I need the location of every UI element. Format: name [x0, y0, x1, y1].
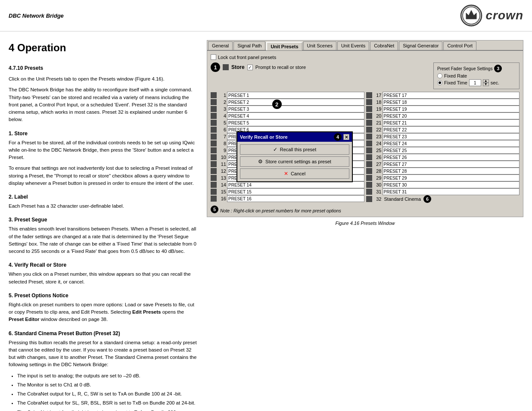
store-popup-label: Store current settings as preset	[265, 159, 331, 164]
preset-18-box	[366, 99, 372, 105]
preset-23-input[interactable]	[383, 133, 520, 140]
preset-6-box	[211, 127, 217, 133]
tab-general[interactable]: General	[208, 41, 233, 50]
preset-30-num: 30	[373, 182, 382, 187]
preset-2-num: 2	[218, 100, 226, 105]
preset-row-15: 15	[211, 188, 364, 195]
preset-30-input[interactable]	[383, 181, 520, 188]
preset-15-box	[211, 189, 217, 195]
subsection-6-text: Right-click on preset numbers to open mo…	[9, 301, 198, 324]
fixed-rate-radio[interactable]	[437, 73, 442, 78]
preset-14-box	[211, 182, 217, 188]
subsection-7-text: Pressing this button recalls the preset …	[9, 339, 198, 369]
preset-22-input[interactable]	[383, 126, 520, 133]
preset-31-input[interactable]	[383, 188, 520, 195]
preset-19-num: 19	[373, 106, 382, 112]
preset-row-24: 24	[366, 140, 520, 147]
preset-5-input[interactable]	[227, 119, 364, 126]
bullet-2: The Monitor is set to Ch1 at 0 dB.	[17, 381, 198, 389]
preset-30-box	[366, 182, 372, 188]
preset-2-box	[211, 99, 217, 105]
cancel-label: Cancel	[291, 171, 305, 176]
popup-close-button[interactable]: ✕	[343, 134, 349, 140]
lock-row: Lock cut front panel presets	[211, 54, 520, 60]
fixed-rate-label: Fixed Rate	[444, 73, 467, 78]
preset-14-num: 14	[218, 182, 226, 187]
doc-title: DBC Network Bridge	[9, 12, 64, 19]
preset-20-num: 20	[373, 113, 382, 118]
presets-window: General Signal Path Unit Presets Unit Sc…	[207, 40, 523, 217]
preset-26-input[interactable]	[383, 154, 520, 161]
page-body: 4 Operation 4.7.10 Presets Click on the …	[0, 31, 532, 411]
preset-13-num: 13	[218, 175, 226, 181]
fixed-time-radio[interactable]	[437, 80, 442, 85]
cancel-button[interactable]: ✕ Cancel	[240, 168, 349, 179]
preset-4-num: 4	[218, 113, 226, 118]
preset-28-input[interactable]	[383, 168, 520, 174]
preset-7-num: 7	[218, 134, 226, 139]
tab-cobranet[interactable]: CobraNet	[370, 41, 398, 50]
preset-25-box	[366, 147, 372, 153]
preset-21-input[interactable]	[383, 119, 520, 126]
tab-signal-path[interactable]: Signal Path	[233, 41, 265, 50]
preset-row-21: 21	[366, 119, 520, 126]
prompt-label: Prompt to recall or store	[255, 65, 306, 70]
tab-unit-scenes[interactable]: Unit Scenes	[303, 41, 336, 50]
preset-14-input[interactable]	[227, 181, 364, 188]
preset-3-input[interactable]	[227, 106, 364, 112]
preset-5-box	[211, 120, 217, 126]
preset-7-box	[211, 134, 217, 140]
preset-20-input[interactable]	[383, 112, 520, 119]
verify-popup: Verify Recall or Store 4 ✕ ✓	[236, 131, 353, 182]
preset-29-input[interactable]	[383, 174, 520, 181]
fixed-time-input[interactable]	[469, 79, 481, 86]
bullet-1: The input is set to analog; the outputs …	[17, 372, 198, 380]
preset-28-num: 28	[373, 168, 382, 174]
preset-10-box	[211, 154, 217, 160]
preset-27-input[interactable]	[383, 161, 520, 168]
para1: The DBC Network Bridge has the ability t…	[9, 86, 198, 123]
recall-preset-button[interactable]: ✓ Recall this preset	[240, 144, 349, 155]
preset-21-box	[366, 120, 372, 126]
crown-logo: crown	[460, 4, 523, 27]
preset-row-32: 32 Standard Cinema 6	[366, 195, 520, 203]
preset-22-box	[366, 127, 372, 133]
tab-unit-events[interactable]: Unit Events	[337, 41, 369, 50]
preset-24-box	[366, 140, 372, 146]
preset-17-input[interactable]	[383, 92, 520, 99]
tab-signal-gen[interactable]: Signal Generator	[399, 41, 442, 50]
preset-4-input[interactable]	[227, 112, 364, 119]
bullet-5: The CobraNet input for all eight input c…	[17, 409, 198, 411]
preset-row-2: 2	[211, 99, 364, 106]
preset-24-input[interactable]	[383, 140, 520, 147]
preset-18-num: 18	[373, 100, 382, 105]
preset-16-input[interactable]	[227, 195, 364, 202]
preset-1-input[interactable]	[227, 92, 364, 99]
preset-15-input[interactable]	[227, 188, 364, 195]
spinner-down[interactable]: ▼	[483, 83, 489, 86]
subsection-4-title: 3. Preset Segue	[9, 216, 198, 224]
preset-25-input[interactable]	[383, 147, 520, 154]
preset-10-num: 10	[218, 155, 226, 160]
cancel-icon: ✕	[284, 171, 288, 177]
note-text: Note : Right-click on preset numbers for…	[220, 208, 341, 213]
preset-2-input[interactable]	[227, 99, 364, 106]
preset-22-num: 22	[373, 127, 382, 132]
preset-20-box	[366, 113, 372, 119]
prompt-checkbox[interactable]	[247, 65, 253, 70]
lock-checkbox[interactable]	[211, 54, 216, 60]
preset-list-left: 2 1 2	[211, 92, 364, 202]
preset-18-input[interactable]	[383, 99, 520, 106]
tab-unit-presets[interactable]: Unit Presets	[266, 42, 302, 50]
tab-control-port[interactable]: Control Port	[443, 41, 476, 50]
preset-row-23: 23	[366, 133, 520, 140]
preset-31-box	[366, 189, 372, 195]
preset-12-box	[211, 168, 217, 174]
preset-12-num: 12	[218, 168, 226, 174]
preset-29-box	[366, 175, 372, 181]
store-preset-button[interactable]: ⚙ Store current settings as preset	[240, 156, 349, 167]
preset-row-26: 26	[366, 154, 520, 161]
preset-row-17: 17	[366, 92, 520, 99]
preset-19-input[interactable]	[383, 106, 520, 112]
presets-content: Lock cut front panel presets 1 Store Pro…	[207, 51, 523, 217]
